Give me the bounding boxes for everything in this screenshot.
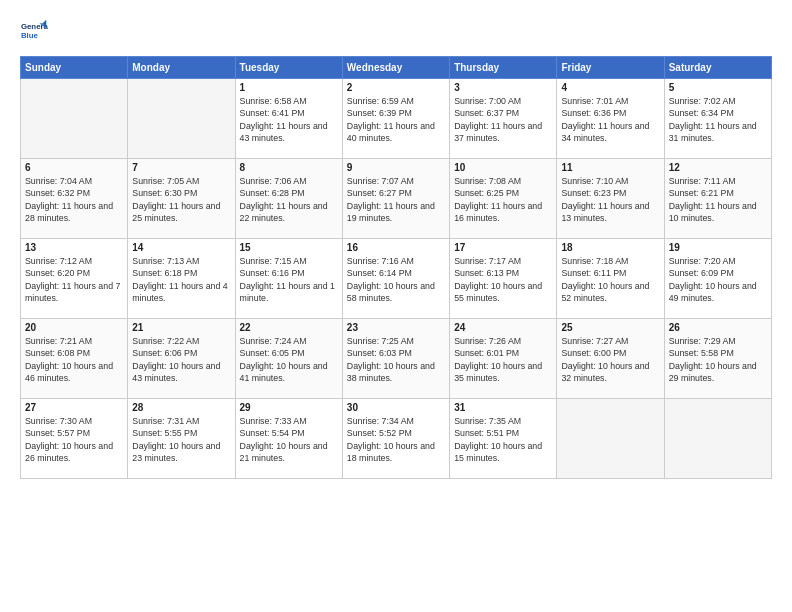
day-info: Sunrise: 7:11 AMSunset: 6:21 PMDaylight:…: [669, 175, 767, 224]
day-number: 14: [132, 242, 230, 253]
day-info: Sunrise: 7:08 AMSunset: 6:25 PMDaylight:…: [454, 175, 552, 224]
calendar-table: SundayMondayTuesdayWednesdayThursdayFrid…: [20, 56, 772, 479]
weekday-header-tuesday: Tuesday: [235, 57, 342, 79]
calendar-header-row: SundayMondayTuesdayWednesdayThursdayFrid…: [21, 57, 772, 79]
day-info: Sunrise: 7:25 AMSunset: 6:03 PMDaylight:…: [347, 335, 445, 384]
day-info: Sunrise: 6:58 AMSunset: 6:41 PMDaylight:…: [240, 95, 338, 144]
calendar-cell: 1Sunrise: 6:58 AMSunset: 6:41 PMDaylight…: [235, 79, 342, 159]
calendar-cell: 5Sunrise: 7:02 AMSunset: 6:34 PMDaylight…: [664, 79, 771, 159]
day-number: 5: [669, 82, 767, 93]
generalblue-icon: General Blue: [20, 18, 48, 46]
calendar-cell: 15Sunrise: 7:15 AMSunset: 6:16 PMDayligh…: [235, 239, 342, 319]
day-info: Sunrise: 7:29 AMSunset: 5:58 PMDaylight:…: [669, 335, 767, 384]
day-number: 3: [454, 82, 552, 93]
calendar-cell: [557, 399, 664, 479]
day-number: 25: [561, 322, 659, 333]
calendar-cell: 28Sunrise: 7:31 AMSunset: 5:55 PMDayligh…: [128, 399, 235, 479]
calendar-cell: 21Sunrise: 7:22 AMSunset: 6:06 PMDayligh…: [128, 319, 235, 399]
weekday-header-wednesday: Wednesday: [342, 57, 449, 79]
day-info: Sunrise: 7:00 AMSunset: 6:37 PMDaylight:…: [454, 95, 552, 144]
day-info: Sunrise: 7:05 AMSunset: 6:30 PMDaylight:…: [132, 175, 230, 224]
day-number: 17: [454, 242, 552, 253]
day-info: Sunrise: 7:18 AMSunset: 6:11 PMDaylight:…: [561, 255, 659, 304]
calendar-cell: 29Sunrise: 7:33 AMSunset: 5:54 PMDayligh…: [235, 399, 342, 479]
calendar-cell: 8Sunrise: 7:06 AMSunset: 6:28 PMDaylight…: [235, 159, 342, 239]
calendar-week-5: 27Sunrise: 7:30 AMSunset: 5:57 PMDayligh…: [21, 399, 772, 479]
calendar-cell: 25Sunrise: 7:27 AMSunset: 6:00 PMDayligh…: [557, 319, 664, 399]
day-info: Sunrise: 7:13 AMSunset: 6:18 PMDaylight:…: [132, 255, 230, 304]
calendar-cell: 23Sunrise: 7:25 AMSunset: 6:03 PMDayligh…: [342, 319, 449, 399]
weekday-header-friday: Friday: [557, 57, 664, 79]
day-info: Sunrise: 7:17 AMSunset: 6:13 PMDaylight:…: [454, 255, 552, 304]
day-number: 2: [347, 82, 445, 93]
calendar-week-3: 13Sunrise: 7:12 AMSunset: 6:20 PMDayligh…: [21, 239, 772, 319]
day-number: 16: [347, 242, 445, 253]
day-info: Sunrise: 7:35 AMSunset: 5:51 PMDaylight:…: [454, 415, 552, 464]
weekday-header-sunday: Sunday: [21, 57, 128, 79]
calendar-cell: 17Sunrise: 7:17 AMSunset: 6:13 PMDayligh…: [450, 239, 557, 319]
logo: General Blue: [20, 18, 52, 46]
calendar-cell: 9Sunrise: 7:07 AMSunset: 6:27 PMDaylight…: [342, 159, 449, 239]
day-number: 29: [240, 402, 338, 413]
calendar-cell: 16Sunrise: 7:16 AMSunset: 6:14 PMDayligh…: [342, 239, 449, 319]
calendar-cell: [21, 79, 128, 159]
calendar-cell: 10Sunrise: 7:08 AMSunset: 6:25 PMDayligh…: [450, 159, 557, 239]
calendar-cell: 14Sunrise: 7:13 AMSunset: 6:18 PMDayligh…: [128, 239, 235, 319]
day-number: 26: [669, 322, 767, 333]
calendar-week-4: 20Sunrise: 7:21 AMSunset: 6:08 PMDayligh…: [21, 319, 772, 399]
calendar-cell: 24Sunrise: 7:26 AMSunset: 6:01 PMDayligh…: [450, 319, 557, 399]
day-info: Sunrise: 7:26 AMSunset: 6:01 PMDaylight:…: [454, 335, 552, 384]
day-info: Sunrise: 7:02 AMSunset: 6:34 PMDaylight:…: [669, 95, 767, 144]
day-info: Sunrise: 7:12 AMSunset: 6:20 PMDaylight:…: [25, 255, 123, 304]
day-info: Sunrise: 7:24 AMSunset: 6:05 PMDaylight:…: [240, 335, 338, 384]
calendar-cell: 18Sunrise: 7:18 AMSunset: 6:11 PMDayligh…: [557, 239, 664, 319]
day-info: Sunrise: 7:30 AMSunset: 5:57 PMDaylight:…: [25, 415, 123, 464]
calendar-cell: 12Sunrise: 7:11 AMSunset: 6:21 PMDayligh…: [664, 159, 771, 239]
calendar-cell: 22Sunrise: 7:24 AMSunset: 6:05 PMDayligh…: [235, 319, 342, 399]
day-info: Sunrise: 7:22 AMSunset: 6:06 PMDaylight:…: [132, 335, 230, 384]
day-info: Sunrise: 7:20 AMSunset: 6:09 PMDaylight:…: [669, 255, 767, 304]
day-number: 7: [132, 162, 230, 173]
day-number: 15: [240, 242, 338, 253]
day-number: 18: [561, 242, 659, 253]
calendar-cell: 31Sunrise: 7:35 AMSunset: 5:51 PMDayligh…: [450, 399, 557, 479]
day-number: 31: [454, 402, 552, 413]
day-number: 1: [240, 82, 338, 93]
day-number: 19: [669, 242, 767, 253]
day-number: 20: [25, 322, 123, 333]
day-number: 28: [132, 402, 230, 413]
day-number: 22: [240, 322, 338, 333]
day-number: 4: [561, 82, 659, 93]
calendar-cell: [128, 79, 235, 159]
day-info: Sunrise: 7:04 AMSunset: 6:32 PMDaylight:…: [25, 175, 123, 224]
day-info: Sunrise: 7:16 AMSunset: 6:14 PMDaylight:…: [347, 255, 445, 304]
weekday-header-saturday: Saturday: [664, 57, 771, 79]
header: General Blue: [20, 18, 772, 46]
calendar-cell: 7Sunrise: 7:05 AMSunset: 6:30 PMDaylight…: [128, 159, 235, 239]
day-info: Sunrise: 7:10 AMSunset: 6:23 PMDaylight:…: [561, 175, 659, 224]
day-number: 12: [669, 162, 767, 173]
calendar-week-1: 1Sunrise: 6:58 AMSunset: 6:41 PMDaylight…: [21, 79, 772, 159]
calendar-cell: 11Sunrise: 7:10 AMSunset: 6:23 PMDayligh…: [557, 159, 664, 239]
calendar-cell: 20Sunrise: 7:21 AMSunset: 6:08 PMDayligh…: [21, 319, 128, 399]
day-info: Sunrise: 7:01 AMSunset: 6:36 PMDaylight:…: [561, 95, 659, 144]
calendar-cell: [664, 399, 771, 479]
day-info: Sunrise: 7:33 AMSunset: 5:54 PMDaylight:…: [240, 415, 338, 464]
day-number: 21: [132, 322, 230, 333]
day-number: 13: [25, 242, 123, 253]
day-info: Sunrise: 7:06 AMSunset: 6:28 PMDaylight:…: [240, 175, 338, 224]
calendar-cell: 4Sunrise: 7:01 AMSunset: 6:36 PMDaylight…: [557, 79, 664, 159]
day-number: 6: [25, 162, 123, 173]
day-number: 9: [347, 162, 445, 173]
day-number: 10: [454, 162, 552, 173]
svg-text:Blue: Blue: [21, 31, 39, 40]
day-number: 8: [240, 162, 338, 173]
calendar-cell: 3Sunrise: 7:00 AMSunset: 6:37 PMDaylight…: [450, 79, 557, 159]
calendar-cell: 30Sunrise: 7:34 AMSunset: 5:52 PMDayligh…: [342, 399, 449, 479]
day-info: Sunrise: 7:27 AMSunset: 6:00 PMDaylight:…: [561, 335, 659, 384]
calendar-cell: 6Sunrise: 7:04 AMSunset: 6:32 PMDaylight…: [21, 159, 128, 239]
weekday-header-thursday: Thursday: [450, 57, 557, 79]
day-info: Sunrise: 7:31 AMSunset: 5:55 PMDaylight:…: [132, 415, 230, 464]
day-number: 24: [454, 322, 552, 333]
day-number: 23: [347, 322, 445, 333]
